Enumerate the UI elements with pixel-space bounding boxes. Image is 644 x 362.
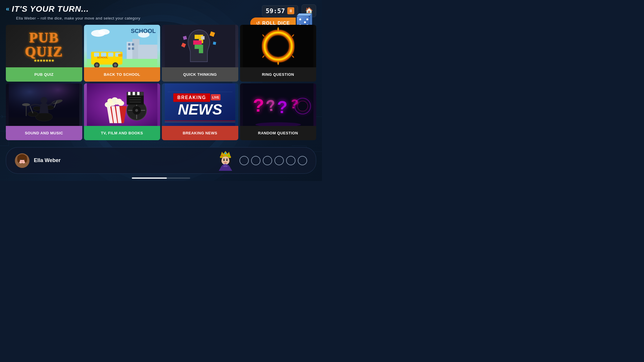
svg-point-130 (223, 159, 225, 161)
svg-point-122 (24, 156, 27, 163)
player-name: Ella Weber (34, 157, 61, 164)
progress-bar-container (132, 178, 190, 179)
svg-point-131 (226, 159, 228, 161)
svg-point-126 (225, 152, 226, 154)
svg-rect-47 (199, 49, 203, 53)
tv-film-label: TV, FILM AND BOOKS (84, 126, 160, 140)
pub-quiz-text: PUB QUIZ (25, 31, 63, 61)
sound-music-label: SOUND AND MUSIC (6, 126, 82, 140)
quick-thinking-image (162, 25, 238, 67)
svg-text:BREAKING: BREAKING (177, 95, 206, 100)
timer-display: 59:57 (266, 7, 285, 15)
random-question-svg: ? ? ? ? (240, 83, 316, 126)
svg-text:?: ? (277, 98, 287, 117)
score-circle-6 (298, 156, 307, 165)
player-bar: Ella Weber (6, 147, 316, 174)
pause-button[interactable]: ⏸ (287, 7, 294, 14)
light-dot (46, 60, 48, 61)
svg-rect-48 (201, 36, 205, 40)
svg-point-87 (135, 109, 138, 112)
score-circle-1 (239, 156, 249, 165)
svg-rect-65 (26, 105, 27, 116)
ring-question-svg (240, 25, 316, 67)
subtitle-text: Ella Weber – roll the dice, make your mo… (6, 16, 140, 20)
categories-grid: PUB QUIZ PUB QUIZ (6, 25, 316, 140)
chevron-left-icon: « (6, 5, 9, 13)
lights-row (25, 60, 63, 61)
school-text: SCHOOL (131, 28, 156, 34)
svg-point-70 (41, 97, 47, 104)
svg-point-129 (221, 157, 230, 165)
random-question-label: RANDOM QUESTION (240, 126, 316, 140)
svg-rect-94 (128, 92, 130, 95)
quiz-text: QUIZ (25, 45, 63, 59)
sound-music-image (6, 83, 82, 126)
category-ring-question[interactable]: RING QUESTION (240, 25, 316, 82)
progress-bar-fill (132, 178, 167, 179)
score-circles (239, 156, 307, 165)
category-breaking-news[interactable]: BREAKING LIVE NEWS BREAKING NEWS (162, 83, 238, 140)
light-dot (40, 60, 42, 61)
quick-thinking-label: QUICK THINKING (162, 67, 238, 82)
category-sound-music[interactable]: SOUND AND MUSIC (6, 83, 82, 140)
breaking-news-label: BREAKING NEWS (162, 126, 238, 140)
category-tv-film[interactable]: TV, FILM AND BOOKS (84, 83, 160, 140)
back-to-school-label: BACK TO SCHOOL (84, 67, 160, 82)
svg-point-17 (98, 29, 109, 35)
svg-text:NEWS: NEWS (178, 101, 222, 118)
category-random-question[interactable]: ? ? ? ? RANDOM QUESTION (240, 83, 316, 140)
svg-rect-46 (199, 45, 203, 49)
player-right (218, 151, 307, 170)
back-to-school-image: SCHOOL SCHOOL (84, 25, 160, 67)
svg-rect-51 (213, 42, 216, 45)
svg-point-66 (22, 103, 30, 106)
tv-film-svg (84, 83, 160, 126)
header-left: « IT'S YOUR TURN... Ella Weber – roll th… (6, 4, 140, 20)
category-back-to-school[interactable]: SCHOOL SCHOOL BACK TO SCHOOL (84, 25, 160, 82)
svg-rect-22 (128, 43, 130, 45)
pub-quiz-label: PUB QUIZ (6, 67, 82, 82)
player-avatar-svg (15, 153, 29, 168)
light-dot (52, 60, 54, 61)
svg-point-124 (23, 159, 24, 160)
svg-rect-24 (128, 48, 130, 50)
light-dot (43, 60, 45, 61)
svg-rect-95 (132, 92, 135, 95)
score-circle-2 (251, 156, 260, 165)
light-dot (37, 60, 39, 61)
score-circle-4 (274, 156, 284, 165)
ring-question-image (240, 25, 316, 67)
svg-rect-33 (118, 54, 123, 57)
svg-point-127 (221, 155, 223, 156)
pub-text: PUB (25, 31, 63, 45)
ring-question-label: RING QUESTION (240, 67, 316, 82)
svg-point-123 (20, 159, 21, 160)
breaking-news-image: BREAKING LIVE NEWS (162, 83, 238, 126)
svg-text:?: ? (253, 95, 264, 116)
quick-thinking-svg (162, 25, 238, 67)
pub-quiz-image: PUB QUIZ (6, 25, 82, 67)
svg-rect-31 (108, 53, 113, 57)
character-avatar (218, 151, 234, 170)
timer-box: 59:57 ⏸ (262, 5, 298, 17)
light-dot (34, 60, 36, 61)
category-pub-quiz[interactable]: PUB QUIZ PUB QUIZ (6, 25, 82, 82)
svg-text:LIVE: LIVE (212, 96, 219, 99)
svg-point-64 (28, 112, 38, 117)
svg-point-10 (299, 18, 301, 20)
score-circle-5 (286, 156, 295, 165)
score-circle-3 (263, 156, 272, 165)
pause-icon: ⏸ (289, 8, 293, 13)
svg-point-37 (114, 64, 117, 67)
svg-rect-45 (195, 45, 199, 49)
svg-rect-102 (165, 120, 235, 121)
player-info: Ella Weber (15, 153, 61, 168)
character-svg (218, 150, 234, 171)
svg-rect-103 (165, 122, 235, 122)
svg-point-84 (116, 99, 122, 103)
svg-point-58 (270, 38, 287, 55)
svg-point-11 (304, 21, 306, 23)
svg-rect-96 (137, 92, 139, 95)
svg-rect-25 (132, 48, 134, 50)
category-quick-thinking[interactable]: QUICK THINKING (162, 25, 238, 82)
